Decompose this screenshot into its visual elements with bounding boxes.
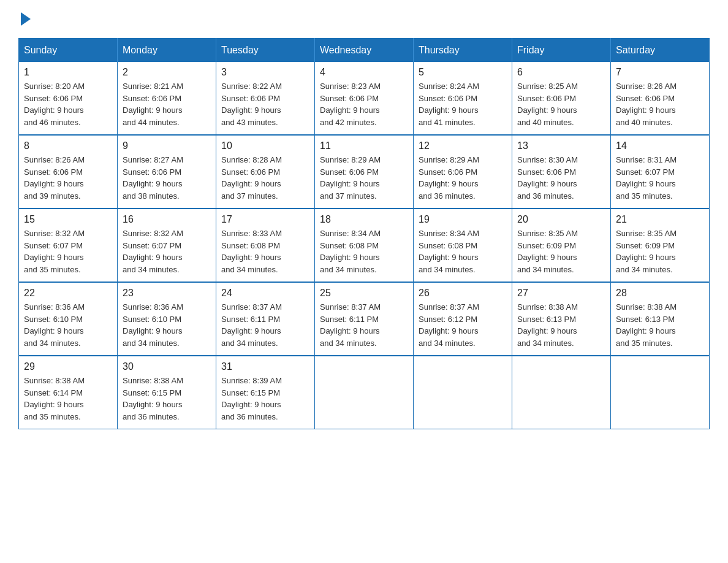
- day-number: 28: [616, 288, 704, 299]
- table-row: 30Sunrise: 8:38 AMSunset: 6:15 PMDayligh…: [118, 356, 216, 429]
- day-number: 10: [221, 140, 309, 151]
- table-row: 22Sunrise: 8:36 AMSunset: 6:10 PMDayligh…: [19, 282, 118, 356]
- day-info: Sunrise: 8:39 AMSunset: 6:15 PMDaylight:…: [221, 375, 309, 423]
- day-number: 14: [616, 140, 704, 151]
- table-row: 13Sunrise: 8:30 AMSunset: 6:06 PMDayligh…: [512, 135, 611, 209]
- table-row: 12Sunrise: 8:29 AMSunset: 6:06 PMDayligh…: [414, 135, 512, 209]
- day-number: 8: [24, 140, 112, 151]
- day-info: Sunrise: 8:26 AMSunset: 6:06 PMDaylight:…: [616, 80, 704, 128]
- day-number: 19: [419, 214, 507, 225]
- calendar-table: Sunday Monday Tuesday Wednesday Thursday…: [18, 38, 710, 429]
- calendar-week-row: 8Sunrise: 8:26 AMSunset: 6:06 PMDaylight…: [19, 135, 710, 209]
- table-row: [611, 356, 710, 429]
- day-number: 9: [123, 140, 211, 151]
- day-info: Sunrise: 8:26 AMSunset: 6:06 PMDaylight:…: [24, 154, 112, 202]
- day-number: 25: [320, 288, 408, 299]
- day-info: Sunrise: 8:35 AMSunset: 6:09 PMDaylight:…: [616, 228, 704, 275]
- day-info: Sunrise: 8:32 AMSunset: 6:07 PMDaylight:…: [24, 228, 112, 275]
- day-number: 24: [221, 288, 309, 299]
- table-row: 28Sunrise: 8:38 AMSunset: 6:13 PMDayligh…: [611, 282, 710, 356]
- day-info: Sunrise: 8:29 AMSunset: 6:06 PMDaylight:…: [419, 154, 507, 202]
- col-tuesday: Tuesday: [216, 39, 315, 63]
- table-row: 18Sunrise: 8:34 AMSunset: 6:08 PMDayligh…: [315, 209, 414, 282]
- table-row: 21Sunrise: 8:35 AMSunset: 6:09 PMDayligh…: [611, 209, 710, 282]
- day-info: Sunrise: 8:27 AMSunset: 6:06 PMDaylight:…: [123, 154, 211, 202]
- table-row: 3Sunrise: 8:22 AMSunset: 6:06 PMDaylight…: [216, 62, 315, 135]
- table-row: 9Sunrise: 8:27 AMSunset: 6:06 PMDaylight…: [118, 135, 216, 209]
- day-number: 22: [24, 288, 112, 299]
- day-number: 17: [221, 214, 309, 225]
- table-row: 26Sunrise: 8:37 AMSunset: 6:12 PMDayligh…: [414, 282, 512, 356]
- calendar-week-row: 29Sunrise: 8:38 AMSunset: 6:14 PMDayligh…: [19, 356, 710, 429]
- day-number: 12: [419, 140, 507, 151]
- day-info: Sunrise: 8:38 AMSunset: 6:14 PMDaylight:…: [24, 375, 112, 423]
- day-number: 27: [517, 288, 605, 299]
- day-number: 3: [221, 67, 309, 78]
- day-info: Sunrise: 8:21 AMSunset: 6:06 PMDaylight:…: [123, 80, 211, 128]
- table-row: 19Sunrise: 8:34 AMSunset: 6:08 PMDayligh…: [414, 209, 512, 282]
- col-saturday: Saturday: [611, 39, 710, 63]
- day-number: 23: [123, 288, 211, 299]
- calendar-week-row: 1Sunrise: 8:20 AMSunset: 6:06 PMDaylight…: [19, 62, 710, 135]
- col-monday: Monday: [118, 39, 216, 63]
- day-info: Sunrise: 8:38 AMSunset: 6:13 PMDaylight:…: [517, 301, 605, 349]
- day-number: 18: [320, 214, 408, 225]
- day-info: Sunrise: 8:36 AMSunset: 6:10 PMDaylight:…: [24, 301, 112, 349]
- day-info: Sunrise: 8:22 AMSunset: 6:06 PMDaylight:…: [221, 80, 309, 128]
- day-info: Sunrise: 8:30 AMSunset: 6:06 PMDaylight:…: [517, 154, 605, 202]
- table-row: 11Sunrise: 8:29 AMSunset: 6:06 PMDayligh…: [315, 135, 414, 209]
- table-row: 8Sunrise: 8:26 AMSunset: 6:06 PMDaylight…: [19, 135, 118, 209]
- table-row: [315, 356, 414, 429]
- table-row: 14Sunrise: 8:31 AMSunset: 6:07 PMDayligh…: [611, 135, 710, 209]
- table-row: [414, 356, 512, 429]
- logo-arrow-icon: [21, 12, 31, 26]
- table-row: 4Sunrise: 8:23 AMSunset: 6:06 PMDaylight…: [315, 62, 414, 135]
- table-row: 6Sunrise: 8:25 AMSunset: 6:06 PMDaylight…: [512, 62, 611, 135]
- logo: [18, 12, 31, 26]
- table-row: 25Sunrise: 8:37 AMSunset: 6:11 PMDayligh…: [315, 282, 414, 356]
- table-row: 24Sunrise: 8:37 AMSunset: 6:11 PMDayligh…: [216, 282, 315, 356]
- day-info: Sunrise: 8:20 AMSunset: 6:06 PMDaylight:…: [24, 80, 112, 128]
- day-number: 11: [320, 140, 408, 151]
- day-number: 7: [616, 67, 704, 78]
- day-info: Sunrise: 8:32 AMSunset: 6:07 PMDaylight:…: [123, 228, 211, 275]
- day-number: 2: [123, 67, 211, 78]
- calendar-header-row: Sunday Monday Tuesday Wednesday Thursday…: [19, 39, 710, 63]
- day-info: Sunrise: 8:34 AMSunset: 6:08 PMDaylight:…: [419, 228, 507, 275]
- day-info: Sunrise: 8:37 AMSunset: 6:12 PMDaylight:…: [419, 301, 507, 349]
- table-row: 20Sunrise: 8:35 AMSunset: 6:09 PMDayligh…: [512, 209, 611, 282]
- col-friday: Friday: [512, 39, 611, 63]
- table-row: 27Sunrise: 8:38 AMSunset: 6:13 PMDayligh…: [512, 282, 611, 356]
- day-info: Sunrise: 8:35 AMSunset: 6:09 PMDaylight:…: [517, 228, 605, 275]
- day-info: Sunrise: 8:34 AMSunset: 6:08 PMDaylight:…: [320, 228, 408, 275]
- day-number: 30: [123, 361, 211, 372]
- day-number: 6: [517, 67, 605, 78]
- table-row: 10Sunrise: 8:28 AMSunset: 6:06 PMDayligh…: [216, 135, 315, 209]
- day-info: Sunrise: 8:31 AMSunset: 6:07 PMDaylight:…: [616, 154, 704, 202]
- day-number: 20: [517, 214, 605, 225]
- table-row: 2Sunrise: 8:21 AMSunset: 6:06 PMDaylight…: [118, 62, 216, 135]
- col-wednesday: Wednesday: [315, 39, 414, 63]
- day-number: 16: [123, 214, 211, 225]
- day-number: 21: [616, 214, 704, 225]
- day-info: Sunrise: 8:37 AMSunset: 6:11 PMDaylight:…: [320, 301, 408, 349]
- day-number: 5: [419, 67, 507, 78]
- table-row: 5Sunrise: 8:24 AMSunset: 6:06 PMDaylight…: [414, 62, 512, 135]
- day-info: Sunrise: 8:33 AMSunset: 6:08 PMDaylight:…: [221, 228, 309, 275]
- day-number: 15: [24, 214, 112, 225]
- table-row: 1Sunrise: 8:20 AMSunset: 6:06 PMDaylight…: [19, 62, 118, 135]
- day-number: 26: [419, 288, 507, 299]
- day-info: Sunrise: 8:25 AMSunset: 6:06 PMDaylight:…: [517, 80, 605, 128]
- table-row: [512, 356, 611, 429]
- day-number: 4: [320, 67, 408, 78]
- day-info: Sunrise: 8:38 AMSunset: 6:15 PMDaylight:…: [123, 375, 211, 423]
- page-header: [18, 12, 710, 26]
- table-row: 17Sunrise: 8:33 AMSunset: 6:08 PMDayligh…: [216, 209, 315, 282]
- day-info: Sunrise: 8:28 AMSunset: 6:06 PMDaylight:…: [221, 154, 309, 202]
- calendar-week-row: 15Sunrise: 8:32 AMSunset: 6:07 PMDayligh…: [19, 209, 710, 282]
- calendar-week-row: 22Sunrise: 8:36 AMSunset: 6:10 PMDayligh…: [19, 282, 710, 356]
- day-info: Sunrise: 8:24 AMSunset: 6:06 PMDaylight:…: [419, 80, 507, 128]
- col-thursday: Thursday: [414, 39, 512, 63]
- day-number: 1: [24, 67, 112, 78]
- day-number: 31: [221, 361, 309, 372]
